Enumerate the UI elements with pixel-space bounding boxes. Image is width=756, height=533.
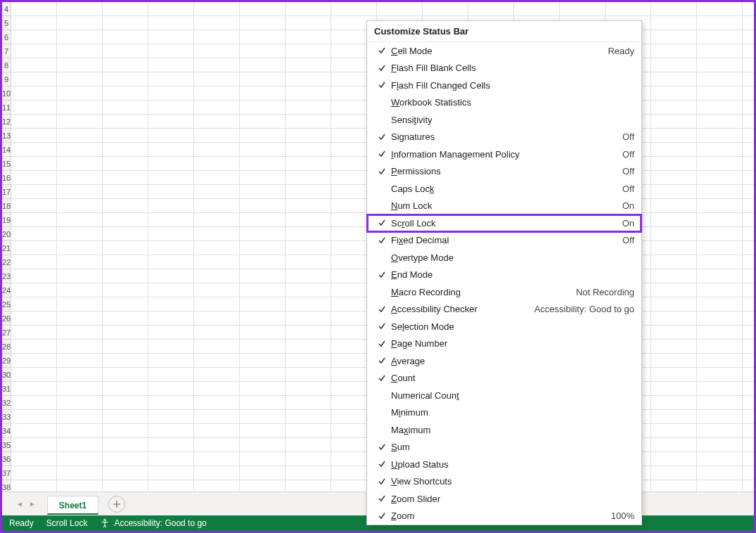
cell[interactable] — [103, 452, 148, 465]
cell[interactable] — [103, 368, 148, 381]
menu-item[interactable]: Zoom100% — [367, 508, 641, 525]
cell[interactable] — [743, 326, 756, 339]
cell[interactable] — [194, 452, 240, 465]
cell[interactable] — [194, 368, 240, 381]
cell[interactable] — [103, 396, 148, 409]
cell[interactable] — [57, 16, 103, 30]
row-header[interactable]: 32 — [2, 396, 11, 410]
cell[interactable] — [103, 255, 148, 269]
cell[interactable] — [697, 115, 743, 128]
sheet-tab-active[interactable]: Sheet1 — [47, 496, 98, 515]
cell[interactable] — [57, 297, 103, 311]
menu-item[interactable]: End Mode — [367, 266, 641, 284]
cell[interactable] — [194, 2, 240, 15]
cell[interactable] — [377, 2, 423, 15]
cell[interactable] — [194, 382, 240, 395]
cell[interactable] — [148, 326, 194, 339]
cell[interactable] — [103, 185, 148, 198]
row-header[interactable]: 19 — [2, 213, 11, 227]
cell[interactable] — [286, 326, 331, 339]
row-header[interactable]: 31 — [2, 382, 11, 396]
cell[interactable] — [697, 129, 743, 142]
cell[interactable] — [57, 368, 103, 381]
cell[interactable] — [103, 157, 148, 170]
cell[interactable] — [194, 72, 240, 86]
cell[interactable] — [148, 72, 194, 86]
cell[interactable] — [103, 424, 148, 437]
cell[interactable] — [697, 143, 743, 156]
menu-item[interactable]: Sum — [367, 439, 641, 456]
cell[interactable] — [697, 368, 743, 381]
cell[interactable] — [240, 283, 286, 297]
cell[interactable] — [697, 326, 743, 339]
row-header[interactable]: 16 — [2, 171, 11, 185]
row-header[interactable]: 8 — [2, 58, 11, 72]
cell[interactable] — [651, 213, 697, 226]
cell[interactable] — [11, 143, 57, 156]
cell[interactable] — [697, 185, 743, 198]
cell[interactable] — [651, 424, 697, 437]
cell[interactable] — [11, 185, 57, 198]
cell[interactable] — [240, 16, 286, 30]
row-header[interactable]: 7 — [2, 44, 11, 58]
cell[interactable] — [57, 466, 103, 480]
cell[interactable] — [148, 143, 194, 156]
cell[interactable] — [651, 2, 697, 15]
cell[interactable] — [11, 199, 57, 212]
row-header[interactable]: 30 — [2, 368, 11, 382]
cell[interactable] — [651, 16, 697, 30]
cell[interactable] — [240, 438, 286, 451]
cell[interactable] — [57, 115, 103, 128]
cell[interactable] — [148, 129, 194, 142]
cell[interactable] — [103, 297, 148, 311]
cell[interactable] — [743, 16, 756, 30]
cell[interactable] — [148, 2, 194, 15]
add-sheet-button[interactable] — [108, 496, 125, 513]
cell[interactable] — [240, 326, 286, 339]
cell[interactable] — [743, 101, 756, 114]
cell[interactable] — [194, 396, 240, 409]
cell[interactable] — [651, 199, 697, 212]
cell[interactable] — [240, 86, 286, 100]
cell[interactable] — [11, 326, 57, 339]
cell[interactable] — [240, 58, 286, 72]
cell[interactable] — [286, 255, 331, 269]
cell[interactable] — [57, 30, 103, 44]
cell[interactable] — [697, 44, 743, 58]
cell[interactable] — [148, 255, 194, 269]
cell[interactable] — [103, 16, 148, 30]
cell[interactable] — [743, 157, 756, 170]
cell[interactable] — [743, 129, 756, 142]
cell[interactable] — [240, 452, 286, 465]
cell[interactable] — [743, 227, 756, 240]
cell[interactable] — [57, 241, 103, 255]
cell[interactable] — [743, 438, 756, 451]
cell[interactable] — [57, 396, 103, 409]
cell[interactable] — [103, 143, 148, 156]
cell[interactable] — [240, 44, 286, 58]
cell[interactable] — [103, 44, 148, 58]
cell[interactable] — [194, 354, 240, 367]
cell[interactable] — [651, 30, 697, 44]
row-header[interactable]: 26 — [2, 312, 11, 326]
sheet-nav-arrows[interactable]: ◄ ► — [8, 500, 44, 508]
menu-item[interactable]: Overtype Mode — [367, 249, 641, 266]
cell[interactable] — [697, 58, 743, 72]
cell[interactable] — [11, 157, 57, 170]
cell[interactable] — [697, 340, 743, 353]
cell[interactable] — [651, 452, 697, 465]
cell[interactable] — [240, 312, 286, 325]
cell[interactable] — [57, 157, 103, 170]
menu-item[interactable]: Flash Fill Blank Cells — [367, 60, 641, 77]
cell[interactable] — [651, 171, 697, 184]
row-header[interactable]: 27 — [2, 326, 11, 340]
cell[interactable] — [240, 255, 286, 269]
cell[interactable] — [57, 283, 103, 297]
cell[interactable] — [103, 410, 148, 423]
menu-item[interactable]: Workbook Statistics — [367, 94, 641, 112]
cell[interactable] — [148, 382, 194, 395]
cell[interactable] — [651, 312, 697, 325]
cell[interactable] — [697, 396, 743, 409]
cell[interactable] — [651, 396, 697, 409]
cell[interactable] — [240, 213, 286, 226]
